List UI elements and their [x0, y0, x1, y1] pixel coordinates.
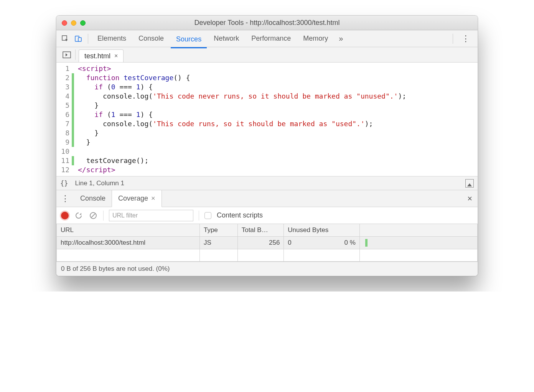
window-title: Developer Tools - http://localhost:3000/… [56, 19, 478, 27]
cell-type: JS [199, 237, 237, 249]
record-button[interactable] [61, 212, 69, 219]
tab-memory[interactable]: Memory [298, 32, 333, 45]
main-toolbar: Elements Console Sources Network Perform… [56, 30, 478, 47]
cursor-position: Line 1, Column 1 [75, 180, 124, 187]
drawer-tab-bar: ⋮ Console Coverage × × [56, 190, 478, 207]
file-tab-bar: test.html × [56, 47, 478, 63]
minimize-window-button[interactable] [71, 20, 76, 26]
cell-url: http://localhost:3000/test.html [57, 237, 200, 249]
col-url[interactable]: URL [57, 224, 200, 237]
coverage-toolbar: Content scripts [56, 207, 478, 224]
line-gutter: 123456789101112 [56, 63, 75, 176]
drawer-menu-icon[interactable]: ⋮ [56, 190, 74, 207]
coverage-table: URL Type Total B… Unused Bytes http://lo… [56, 224, 478, 262]
collapse-drawer-icon[interactable] [465, 179, 474, 188]
close-window-button[interactable] [62, 20, 67, 26]
close-icon[interactable]: × [151, 194, 155, 203]
col-type[interactable]: Type [199, 224, 237, 237]
content-scripts-label: Content scripts [217, 211, 263, 219]
devtools-window: Developer Tools - http://localhost:3000/… [56, 15, 478, 276]
cell-bar [359, 237, 477, 249]
drawer-tab-label: Coverage [118, 194, 148, 203]
zoom-window-button[interactable] [80, 20, 86, 26]
tab-sources[interactable]: Sources [171, 33, 207, 48]
drawer-tab-console[interactable]: Console [74, 190, 112, 207]
separator [103, 211, 104, 221]
pretty-print-icon[interactable]: {} [60, 180, 68, 187]
content-scripts-checkbox[interactable] [204, 212, 211, 219]
reload-icon[interactable] [74, 212, 83, 219]
device-mode-icon[interactable] [73, 33, 84, 44]
titlebar: Developer Tools - http://localhost:3000/… [56, 16, 478, 30]
tab-elements[interactable]: Elements [92, 32, 132, 45]
code-editor[interactable]: 123456789101112 <script> function testCo… [56, 63, 478, 176]
more-tabs-button[interactable]: » [335, 34, 347, 43]
svg-line-5 [91, 214, 95, 217]
separator [453, 34, 453, 44]
traffic-lights [56, 20, 86, 26]
svg-rect-2 [78, 38, 81, 41]
table-row [57, 249, 478, 262]
separator [199, 211, 199, 221]
separator [88, 34, 88, 44]
tab-performance[interactable]: Performance [246, 32, 296, 45]
drawer-tab-coverage[interactable]: Coverage × [112, 190, 162, 207]
tab-console[interactable]: Console [133, 32, 169, 45]
inspect-icon[interactable] [59, 33, 71, 44]
coverage-summary: 0 B of 256 B bytes are not used. (0%) [56, 262, 478, 276]
file-tab-test-html[interactable]: test.html × [79, 49, 124, 62]
close-icon[interactable]: × [114, 53, 118, 59]
col-bar[interactable] [359, 224, 477, 237]
settings-menu-icon[interactable]: ⋮ [457, 34, 475, 44]
file-tab-label: test.html [84, 52, 110, 60]
editor-status-bar: {} Line 1, Column 1 [56, 176, 478, 190]
url-filter-input[interactable] [109, 210, 193, 221]
cell-total: 256 [237, 237, 284, 249]
code-area[interactable]: <script> function testCoverage() { if (0… [75, 63, 478, 176]
cell-unused: 0 0 % [284, 237, 359, 249]
close-drawer-icon[interactable]: × [462, 190, 478, 207]
col-unused[interactable]: Unused Bytes [284, 224, 359, 237]
clear-icon[interactable] [89, 212, 98, 219]
col-total[interactable]: Total B… [237, 224, 284, 237]
tab-network[interactable]: Network [208, 32, 244, 45]
table-row[interactable]: http://localhost:3000/test.html JS 256 0… [57, 237, 478, 249]
navigator-toggle-icon[interactable] [58, 49, 76, 60]
